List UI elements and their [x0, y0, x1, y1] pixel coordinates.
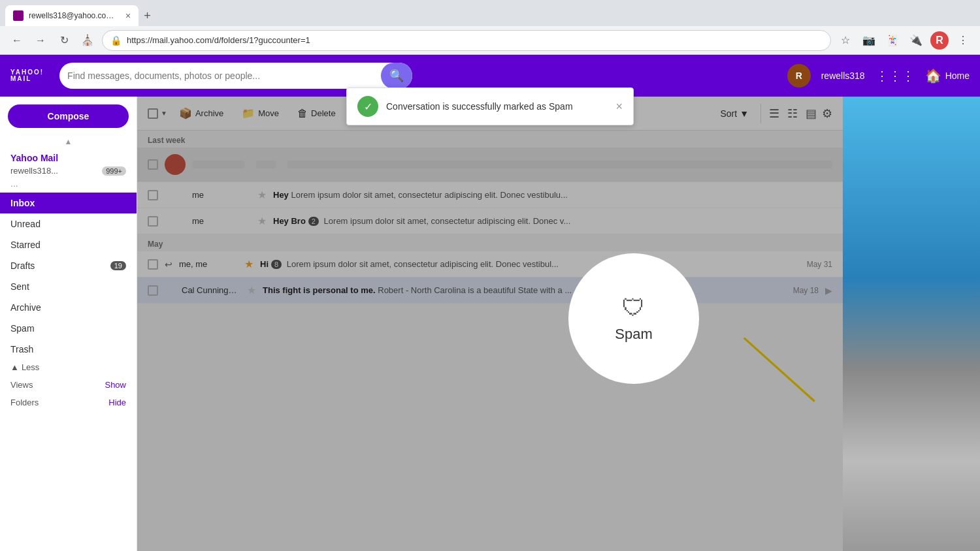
- settings-icon[interactable]: ⚙: [822, 106, 832, 121]
- expand-icon[interactable]: ▶: [825, 285, 832, 296]
- spam-spotlight-text: Spam: [615, 326, 652, 343]
- email-subject: Hey Lorem ipsum dolor sit amet, consecte…: [273, 190, 826, 200]
- trash-icon: 🗑: [297, 108, 308, 119]
- sidebar-item-trash[interactable]: Trash: [0, 339, 137, 360]
- drafts-count: 19: [110, 261, 126, 270]
- table-row[interactable]: Cal Cunningham ★ This fight is personal …: [137, 277, 843, 304]
- email-date: May 31: [807, 260, 832, 269]
- row-checkbox[interactable]: [148, 216, 158, 227]
- email-subject: Hey Bro2 Lorem ipsum dolor sit amet, con…: [273, 216, 826, 226]
- app-wrapper: YAHOO! MAIL 🔍 R rewells318 ⋮⋮⋮ 🏠 Home Co…: [0, 55, 980, 551]
- chevron-up-icon: ▲: [10, 362, 19, 372]
- row-checkbox[interactable]: [148, 159, 158, 170]
- message-count-badge: 8: [271, 260, 282, 269]
- archive-icon: 📦: [179, 107, 192, 119]
- message-count-badge: 2: [308, 217, 319, 226]
- extension-3[interactable]: 🔌: [907, 31, 925, 50]
- email-list-container: ▼ 📦 Archive 📁 Move 🗑 Delete 🛡 Spam: [137, 97, 843, 551]
- refresh-button[interactable]: ↻: [55, 31, 73, 50]
- spam-shield-icon: 🛡: [622, 294, 645, 322]
- table-row[interactable]: ↩ me, me ★ Hi8 Lorem ipsum dolor sit ame…: [137, 251, 843, 277]
- main-content: Compose ▲ Yahoo Mail rewells318... 999+ …: [0, 97, 980, 551]
- delete-button[interactable]: 🗑 Delete: [291, 104, 342, 123]
- table-row[interactable]: me ★ Hey Bro2 Lorem ipsum dolor sit amet…: [137, 208, 843, 234]
- folders-section: Folders Hide: [0, 392, 137, 410]
- less-toggle[interactable]: ▲ Less: [0, 360, 137, 375]
- grid-icon[interactable]: ⋮⋮⋮: [875, 68, 915, 84]
- compose-button[interactable]: Compose: [8, 104, 129, 128]
- row-checkbox[interactable]: [148, 285, 158, 296]
- extension-2[interactable]: 🃏: [883, 31, 902, 50]
- sort-button[interactable]: Sort ▼: [713, 106, 755, 121]
- sidebar-item-unread[interactable]: Unread: [0, 213, 137, 234]
- star-icon[interactable]: ★: [257, 215, 267, 227]
- svg-line-0: [744, 338, 815, 401]
- reply-icon: ↩: [165, 259, 172, 270]
- sidebar-item-archive[interactable]: Archive: [0, 297, 137, 318]
- sidebar-item-spam[interactable]: Spam: [0, 318, 137, 339]
- views-section: Views Show: [0, 375, 137, 392]
- star-icon[interactable]: ★: [257, 189, 267, 201]
- checkbox-input[interactable]: [148, 108, 158, 119]
- url-text: https://mail.yahoo.com/d/folders/1?gucco…: [127, 35, 310, 45]
- more-dots[interactable]: ...: [0, 177, 137, 193]
- extension-1[interactable]: 📷: [860, 31, 878, 50]
- select-all-checkbox[interactable]: ▼: [148, 108, 167, 119]
- tab-title: rewells318@yahoo.com - Yahoo: [29, 11, 120, 20]
- toast-message: Conversation is successfully marked as S…: [386, 101, 608, 112]
- table-row[interactable]: [137, 148, 843, 182]
- search-input[interactable]: [67, 71, 376, 81]
- home-button[interactable]: 🏠 Home: [925, 68, 970, 84]
- back-button[interactable]: ←: [8, 31, 26, 50]
- sidebar-item-starred[interactable]: Starred: [0, 234, 137, 255]
- toast-notification: ✓ Conversation is successfully marked as…: [346, 87, 634, 125]
- unread-badge: 999+: [102, 166, 126, 176]
- row-checkbox[interactable]: [148, 190, 158, 200]
- active-tab[interactable]: rewells318@yahoo.com - Yahoo ×: [5, 5, 139, 26]
- list-view-button[interactable]: ☷: [785, 104, 800, 123]
- table-row[interactable]: me ★ Hey Lorem ipsum dolor sit amet, con…: [137, 182, 843, 208]
- move-icon: 📁: [242, 107, 255, 119]
- sender-name: Cal Cunningham: [182, 285, 240, 295]
- scroll-indicator: ▲: [0, 136, 137, 148]
- search-bar[interactable]: 🔍: [59, 63, 412, 89]
- sidebar-item-sent[interactable]: Sent: [0, 276, 137, 297]
- bookmark-button[interactable]: ☆: [836, 31, 855, 50]
- toast-success-icon: ✓: [357, 96, 378, 117]
- extension-4[interactable]: R: [930, 31, 949, 50]
- chevron-down-icon[interactable]: ▼: [161, 110, 167, 117]
- compact-view-button[interactable]: ☰: [766, 104, 782, 123]
- username-label: rewells318: [821, 71, 865, 81]
- section-last-week: Last week: [137, 131, 843, 148]
- row-checkbox[interactable]: [148, 259, 158, 270]
- view-icons: ☰ ☷ ▤ ⚙: [760, 104, 832, 123]
- archive-button[interactable]: 📦 Archive: [172, 103, 230, 123]
- sender-avatar: [165, 154, 186, 175]
- sidebar-item-drafts[interactable]: Drafts 19: [0, 255, 137, 276]
- home-nav-button[interactable]: ⛪: [78, 31, 97, 50]
- tab-close-btn[interactable]: ×: [125, 10, 131, 21]
- home-label: Home: [945, 71, 970, 81]
- star-icon[interactable]: ★: [244, 258, 253, 270]
- toast-close-button[interactable]: ×: [615, 100, 623, 114]
- new-tab-button[interactable]: +: [139, 7, 156, 25]
- menu-button[interactable]: ⋮: [954, 31, 972, 50]
- sidebar-item-inbox[interactable]: Inbox: [0, 193, 137, 213]
- forward-button[interactable]: →: [31, 31, 50, 50]
- search-button[interactable]: 🔍: [381, 63, 412, 89]
- views-show-button[interactable]: Show: [105, 380, 126, 390]
- address-bar[interactable]: 🔒 https://mail.yahoo.com/d/folders/1?guc…: [102, 30, 831, 51]
- spam-label: 🛡 Spam: [615, 294, 652, 343]
- folders-hide-button[interactable]: Hide: [108, 398, 126, 407]
- redacted-subject: [287, 161, 832, 168]
- sort-chevron-icon: ▼: [740, 108, 749, 119]
- move-button[interactable]: 📁 Move: [235, 103, 286, 123]
- redacted-sender: [192, 161, 244, 168]
- sender-name: me, me: [179, 259, 238, 269]
- preview-view-button[interactable]: ▤: [803, 104, 819, 123]
- tab-bar: rewells318@yahoo.com - Yahoo × +: [0, 0, 980, 26]
- star-icon[interactable]: ★: [247, 284, 256, 296]
- spam-spotlight-overlay: 🛡 Spam: [568, 253, 699, 384]
- account-name: Yahoo Mail: [0, 148, 137, 165]
- redacted-star: [256, 161, 276, 168]
